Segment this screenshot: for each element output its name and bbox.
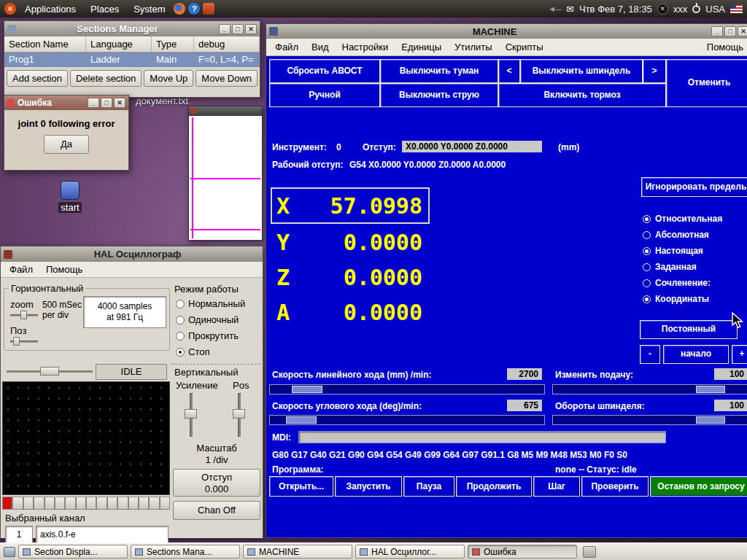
mail-icon[interactable]: ✉ (566, 4, 574, 15)
feed-rate-slider[interactable] (269, 384, 545, 394)
channel-toggle[interactable] (96, 497, 107, 510)
channel-toggle[interactable] (149, 497, 159, 510)
verify-button[interactable]: Проверить (581, 476, 649, 497)
menu-scripts[interactable]: Скрипты (500, 40, 549, 54)
run-mode-single[interactable]: Одиночный (176, 314, 239, 325)
taskbar-item-machine[interactable]: MACHINE (243, 545, 352, 559)
taskbar-item-hal-scope[interactable]: HAL Осциллог... (355, 545, 465, 559)
channel-toggle[interactable] (86, 497, 96, 510)
menu-help[interactable]: Помощь (40, 262, 88, 276)
channel-toggle[interactable] (2, 497, 12, 510)
prev-button[interactable]: < (498, 59, 520, 83)
menu-file[interactable]: Файл (4, 262, 39, 276)
channel-toggle[interactable] (34, 497, 44, 510)
jog-plus-button[interactable]: + (732, 345, 747, 364)
gain-slider[interactable] (183, 393, 199, 437)
channel-toggle[interactable] (117, 497, 128, 510)
mist-off-button[interactable]: Выключить туман (380, 59, 498, 83)
notification-arrow-icon[interactable]: ◄--- (548, 4, 561, 13)
maximize-icon[interactable]: □ (724, 26, 736, 36)
brake-on-button[interactable]: Включить тормоз (498, 83, 666, 107)
taskbar-item-sections-manager[interactable]: Sections Mana... (131, 545, 240, 559)
jog-minus-button[interactable]: - (640, 345, 660, 364)
next-button[interactable]: > (643, 59, 666, 83)
help-icon[interactable]: ? (188, 3, 200, 15)
resume-button[interactable]: Продолжить (456, 476, 532, 497)
move-up-button[interactable]: Move Up (144, 70, 193, 87)
desktop-icon-start[interactable]: start (55, 181, 85, 213)
minimize-icon[interactable]: _ (88, 98, 99, 108)
machine-titlebar[interactable]: MACHINE _ □ ✕ (266, 24, 747, 39)
keyboard-layout[interactable]: USA (705, 4, 725, 15)
run-button[interactable]: Запустить (335, 476, 402, 497)
menu-file[interactable]: Файл (269, 40, 304, 54)
taskbar-item-section-display[interactable]: Section Displa... (18, 545, 128, 559)
user-switch-icon[interactable]: ✕ (657, 4, 668, 15)
minimize-icon[interactable]: _ (711, 26, 723, 36)
channel-toggle[interactable] (55, 497, 65, 510)
channel-toggle[interactable] (107, 497, 117, 510)
channel-toggle[interactable] (76, 497, 86, 510)
delete-section-button[interactable]: Delete section (70, 70, 142, 87)
channel-toggle[interactable] (160, 497, 170, 510)
flood-off-button[interactable]: Выключить струю (380, 83, 498, 107)
vpos-slider[interactable] (231, 393, 247, 437)
run-mode-roll[interactable]: Прокрутить (176, 330, 239, 341)
channel-toggle[interactable] (65, 497, 75, 510)
channel-toggle[interactable] (44, 497, 55, 510)
radio-absolute[interactable]: Абсолютная (643, 230, 709, 240)
table-row[interactable]: Prog1 Ladder Main F=0, L=4, P= (4, 52, 260, 67)
mdi-input[interactable] (298, 431, 666, 443)
add-section-button[interactable]: Add section (7, 70, 68, 87)
home-button[interactable]: начало (663, 345, 729, 364)
start-icon[interactable] (61, 181, 80, 200)
continuous-jog-button[interactable]: Постоянный (640, 320, 738, 339)
col-type[interactable]: Type (152, 36, 194, 52)
menu-view[interactable]: Вид (306, 40, 335, 54)
close-icon[interactable]: ✕ (245, 24, 257, 34)
close-icon[interactable]: ✕ (114, 98, 125, 108)
channel-pin[interactable]: axis.0.f-e (36, 526, 169, 544)
stop-on-request-button[interactable]: Останов по запросу (650, 476, 747, 497)
manual-mode-button[interactable]: Ручной (269, 83, 380, 107)
distro-logo-icon[interactable] (4, 3, 16, 15)
estop-reset-button[interactable]: Сбросить АВОСТ (269, 59, 380, 83)
pause-button[interactable]: Пауза (403, 476, 454, 497)
spindle-override-slider[interactable] (552, 415, 747, 425)
cancel-button[interactable]: Отменить (666, 59, 747, 107)
menu-settings[interactable]: Настройки (336, 40, 395, 54)
section-display-titlebar[interactable] (189, 106, 262, 116)
col-language[interactable]: Language (86, 36, 152, 52)
ignore-limits-button[interactable]: Игнорировать предель (641, 177, 747, 197)
taskbar-item-error[interactable]: Ошибка (468, 545, 577, 559)
radio-commanded[interactable]: Заданная (643, 262, 697, 272)
radio-world[interactable]: Координаты (643, 294, 709, 304)
menu-places[interactable]: Places (85, 2, 125, 16)
radio-relative[interactable]: Относительная (643, 214, 722, 224)
hal-titlebar[interactable]: HAL Осциллограф (1, 246, 263, 262)
angular-rate-slider[interactable] (269, 415, 545, 425)
show-desktop-icon[interactable] (4, 547, 15, 557)
section-display-window[interactable] (188, 106, 263, 241)
menu-utilities[interactable]: Утилиты (449, 40, 498, 54)
radio-actual[interactable]: Настоящая (643, 246, 703, 256)
run-mode-normal[interactable]: Нормальный (176, 298, 245, 309)
col-debug[interactable]: debug (194, 36, 260, 52)
maximize-icon[interactable]: □ (101, 98, 112, 108)
spindle-off-button[interactable]: Выключить шпиндель (520, 59, 643, 83)
scope-display[interactable] (2, 381, 170, 495)
channel-toggle[interactable] (12, 497, 23, 510)
sections-manager-titlebar[interactable]: Sections Manager _ □ ✕ (4, 21, 260, 36)
step-button[interactable]: Шаг (533, 476, 580, 497)
minimize-icon[interactable]: _ (219, 24, 231, 34)
menu-units[interactable]: Единицы (395, 40, 447, 54)
menu-help[interactable]: Помощь (701, 40, 747, 54)
pos-slider[interactable] (10, 337, 38, 346)
firefox-icon[interactable] (174, 3, 185, 15)
error-titlebar[interactable]: Ошибка _ □ ✕ (4, 96, 128, 110)
chan-off-button[interactable]: Chan Off (173, 501, 260, 520)
zoom-slider[interactable] (10, 311, 38, 319)
offset-readout[interactable]: Отступ0.000 (173, 469, 260, 497)
username-label[interactable]: xxx (673, 4, 688, 15)
move-down-button[interactable]: Move Down (196, 70, 258, 87)
